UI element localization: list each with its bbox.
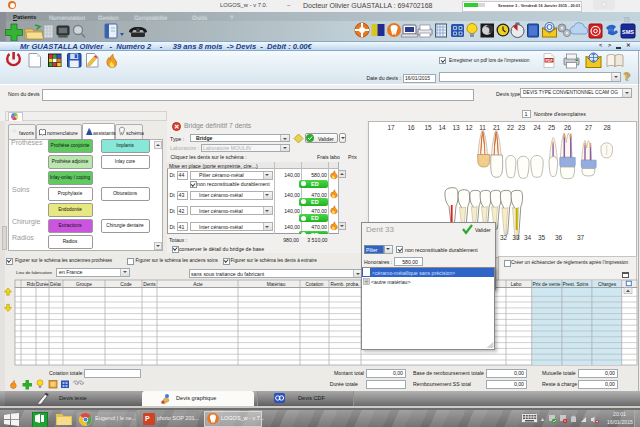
svg-text:14: 14: [438, 124, 446, 131]
svg-text:36: 36: [555, 234, 563, 241]
svg-text:Cotation: Cotation: [306, 282, 324, 287]
svg-text:26: 26: [564, 124, 572, 131]
svg-text:Prest. Soins: Prest. Soins: [563, 282, 589, 287]
svg-text:28: 28: [603, 124, 611, 131]
svg-text:Code: Code: [120, 282, 132, 287]
svg-text:Remb. proba.: Remb. proba.: [330, 282, 359, 287]
svg-text:12: 12: [465, 124, 473, 131]
svg-text:Acte: Acte: [193, 282, 203, 287]
svg-text:Charges: Charges: [598, 282, 617, 287]
svg-text:35: 35: [538, 234, 546, 241]
svg-text:SMS: SMS: [622, 29, 634, 35]
svg-text:13: 13: [452, 124, 460, 131]
svg-text:16: 16: [407, 124, 415, 131]
svg-text:Délai: Délai: [50, 282, 61, 287]
svg-text:Matériau: Matériau: [267, 282, 286, 287]
svg-text:Dents: Dents: [143, 282, 156, 287]
svg-text:PDF: PDF: [545, 59, 553, 63]
svg-text:22: 22: [507, 124, 515, 131]
svg-text:24: 24: [533, 124, 541, 131]
svg-text:33: 33: [512, 234, 520, 241]
svg-text:32: 32: [500, 234, 508, 241]
svg-text:37: 37: [577, 234, 585, 241]
svg-text:23: 23: [518, 124, 526, 131]
svg-text:27: 27: [585, 124, 593, 131]
svg-text:Groupe: Groupe: [76, 282, 92, 287]
svg-text:15: 15: [424, 124, 432, 131]
svg-text:25: 25: [548, 124, 556, 131]
svg-text:17: 17: [387, 124, 395, 131]
svg-text:Rdv: Rdv: [27, 282, 36, 287]
svg-text:Durée: Durée: [36, 282, 49, 287]
svg-text:Labo: Labo: [511, 282, 522, 287]
svg-text:34: 34: [524, 234, 532, 241]
svg-text:Prix de vente: Prix de vente: [533, 282, 561, 287]
